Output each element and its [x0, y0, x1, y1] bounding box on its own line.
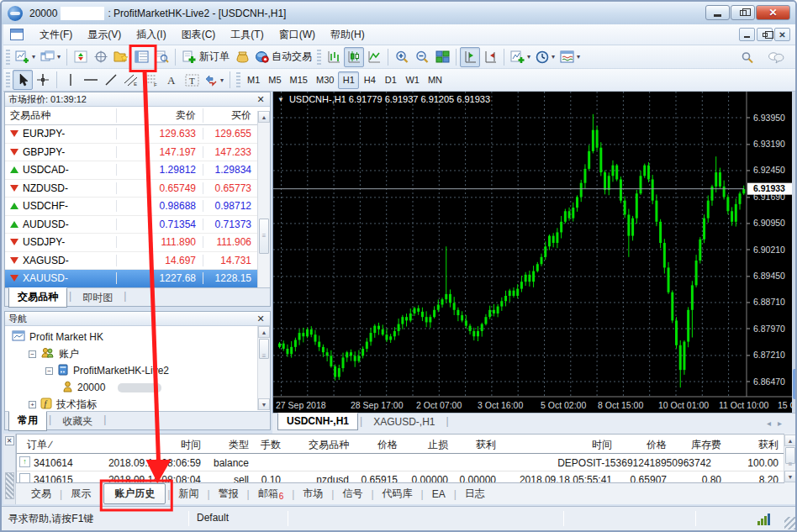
toolbar-zoom-out-button[interactable] [412, 47, 432, 67]
timeframe-d1-button[interactable]: D1 [380, 71, 401, 89]
navigator-item-20000[interactable]: 20000 [7, 379, 268, 396]
child-minimize-button[interactable] [739, 28, 755, 41]
column-header-7[interactable]: 止损 [428, 438, 448, 452]
terminal-tab-t7-市场[interactable]: 市场 [296, 484, 330, 503]
toolbar-periods-button[interactable]: ▾ [533, 47, 557, 67]
menu-帮助H[interactable]: 帮助(H) [323, 25, 372, 45]
collapse-icon[interactable]: − [29, 350, 36, 358]
toolbar-grip[interactable] [6, 50, 10, 65]
market-watch-row-xagusd[interactable]: XAGUSD-14.69714.731 [5, 252, 259, 271]
terminal-tab-t1-交易[interactable]: 交易 [24, 484, 58, 503]
terminal-close-icon[interactable]: ✕ [5, 436, 14, 445]
toolbar-grip[interactable] [317, 50, 321, 65]
chart-window-icon[interactable] [10, 29, 24, 40]
minimize-button[interactable] [705, 5, 730, 20]
column-header-10[interactable]: 价格 [647, 438, 667, 452]
terminal-tab-t6-邮箱[interactable]: 邮箱6 [251, 484, 291, 503]
timeframe-m30-button[interactable]: M30 [312, 71, 338, 89]
search-icon[interactable] [737, 47, 757, 67]
navigator-scrollbar[interactable]: ▲ ▼ [257, 326, 270, 410]
column-header-3[interactable]: 类型 [229, 438, 249, 452]
scroll-up-icon[interactable]: ▲ [258, 111, 270, 123]
toolbar-autotrading-button[interactable]: 自动交易 [252, 47, 314, 67]
menu-文件F[interactable]: 文件(F) [32, 25, 80, 45]
community-chat-icon[interactable] [766, 47, 787, 67]
terminal-tab-t4-新闻[interactable]: 新闻 [172, 484, 205, 503]
toolbar-tile-windows-button[interactable] [432, 47, 452, 67]
column-header-4[interactable]: 手数 [261, 438, 281, 452]
toolbar-text-button[interactable]: A [161, 70, 182, 90]
market-watch-row-xauusd[interactable]: XAUUSD-1227.681228.15 [5, 270, 259, 288]
toolbar-horizontal-line-button[interactable] [81, 70, 101, 90]
menu-显示V[interactable]: 显示(V) [80, 25, 129, 45]
chart-tab-xagusd[interactable]: XAGUSD-,H1 [364, 413, 444, 431]
column-header-2[interactable]: 时间 [181, 438, 201, 452]
close-button[interactable]: ✕ [756, 5, 790, 20]
timeframe-h1-button[interactable]: H1 [338, 71, 359, 89]
column-header-1[interactable]: 订单 ∕ [27, 438, 51, 452]
column-header-5[interactable]: 交易品种 [309, 438, 349, 452]
child-close-button[interactable]: ✕ [774, 28, 790, 41]
chart-tab-usdcnh[interactable]: USDCNH-,H1 [277, 413, 358, 430]
timeframe-w1-button[interactable]: W1 [401, 71, 424, 89]
navigator-item-profit-market-hk[interactable]: Profit Market HK [7, 329, 268, 345]
dropdown-caret-icon[interactable]: ▾ [57, 53, 61, 61]
navigator-close-icon[interactable]: ✕ [255, 313, 267, 324]
menu-插入I[interactable]: 插入(I) [129, 25, 173, 45]
dropdown-caret-icon[interactable]: ▾ [552, 53, 555, 61]
scroll-up-icon[interactable]: ▲ [258, 326, 270, 338]
market-watch-row-usdchf[interactable]: USDCHF-0.986880.98712 [5, 198, 259, 216]
navigator-item-profitmarkethk-live2[interactable]: −ProfitMarketHK-Live2 [7, 362, 268, 379]
toolbar-market-watch-button[interactable] [131, 47, 151, 67]
scrollbar-thumb[interactable] [259, 219, 269, 254]
toolbar-fibonacci-button[interactable]: F [141, 70, 161, 90]
scrollbar-thumb[interactable] [259, 339, 269, 359]
terminal-grip-icon[interactable] [5, 472, 14, 499]
toolbar-indicators-button[interactable]: ▾ [508, 47, 533, 67]
terminal-tab-t5-警报[interactable]: 警报 [212, 484, 245, 503]
terminal-tab-t2-展示[interactable]: 展示 [64, 484, 98, 503]
toolbar-vertical-line-button[interactable] [61, 70, 81, 90]
market-watch-tab-1[interactable]: 交易品种 [8, 287, 67, 308]
toolbar-chart-shift-button[interactable] [460, 47, 480, 67]
navigator-item-账户[interactable]: −账户 [7, 345, 268, 362]
title-bar[interactable]: 20000 : ProfitMarketHK-Live2 - [USDCNH-,… [2, 2, 795, 24]
scrollbar-thumb[interactable] [785, 447, 795, 464]
navigator-item-技术指标[interactable]: +f技术指标 [7, 396, 268, 413]
market-watch-row-eurjpy[interactable]: EURJPY-129.633129.655 [5, 125, 259, 144]
timeframe-mn-button[interactable]: MN [424, 71, 446, 89]
market-watch-scrollbar[interactable]: ▲ ▼ [257, 111, 270, 306]
toolbar-grip[interactable] [236, 72, 240, 87]
toolbar-channel-button[interactable]: E [121, 70, 141, 90]
column-header-6[interactable]: 价格 [377, 438, 398, 452]
market-watch-tab-2[interactable]: 即时图 [73, 288, 122, 308]
toolbar-trend-line-button[interactable] [101, 70, 121, 90]
market-watch-row-nzdusd[interactable]: NZDUSD-0.657490.65773 [5, 180, 259, 198]
market-watch-row-gbpjpy[interactable]: GBPJPY-147.197147.233 [5, 144, 259, 162]
market-watch-row-usdcad[interactable]: USDCAD-1.298121.29834 [5, 161, 259, 180]
toolbar-symbols-toggle-button[interactable] [71, 47, 91, 67]
toolbar-auto-scroll-button[interactable] [480, 47, 500, 67]
terminal-tab-t3-账户历史[interactable]: 账户历史 [103, 483, 166, 504]
dropdown-caret-icon[interactable]: ▾ [527, 53, 530, 61]
child-restore-button[interactable] [757, 28, 773, 41]
expand-icon[interactable]: + [29, 401, 36, 408]
chart-dropdown-icon[interactable]: ▼ [277, 96, 284, 103]
scroll-down-icon[interactable]: ▼ [258, 398, 270, 410]
toolbar-bar-chart-button[interactable] [324, 47, 344, 67]
navigator-tab-2[interactable]: 收藏夹 [53, 412, 102, 432]
status-profile[interactable]: Default [197, 512, 229, 524]
terminal-scrollbar[interactable]: ▲ ▼ [784, 435, 796, 482]
collapse-icon[interactable]: − [45, 367, 53, 375]
toolbar-shapes-button[interactable]: ▾ [202, 70, 226, 90]
toolbar-favorites-button[interactable] [111, 47, 131, 67]
menu-图表C[interactable]: 图表(C) [174, 25, 224, 45]
terminal-tab-ea[interactable]: EA [425, 486, 452, 503]
timeframe-m15-button[interactable]: M15 [286, 71, 312, 89]
toolbar-crosshair-mode-button[interactable] [91, 47, 111, 67]
column-header-12[interactable]: 获利 [758, 438, 779, 452]
column-header-9[interactable]: 时间 [592, 438, 612, 452]
tab-scroll-arrows-icon[interactable]: ◂▸ [767, 419, 789, 428]
terminal-tab-t11-日志[interactable]: 日志 [458, 484, 492, 503]
restore-button[interactable] [731, 5, 755, 20]
